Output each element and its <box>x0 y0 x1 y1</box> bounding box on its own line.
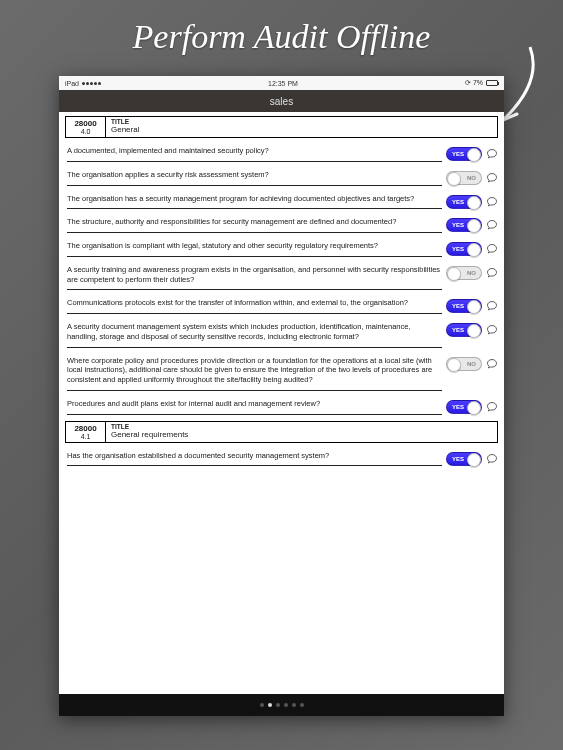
answer-toggle[interactable]: YES <box>446 195 482 209</box>
question-row: The organisation applies a security risk… <box>59 164 504 188</box>
question-row: Where corporate policy and procedures pr… <box>59 350 504 393</box>
device-frame: iPad 12:35 PM ⟳ 7% sales 280004.0TITLEGe… <box>59 76 504 716</box>
comment-icon[interactable] <box>486 243 498 255</box>
question-text: A security document management system ex… <box>67 322 442 348</box>
question-row: Procedures and audit plans exist for int… <box>59 393 504 417</box>
page-dot[interactable] <box>292 703 296 707</box>
question-row: The organisation has a security manageme… <box>59 188 504 212</box>
page-dot[interactable] <box>268 703 272 707</box>
answer-toggle[interactable]: YES <box>446 242 482 256</box>
comment-icon[interactable] <box>486 172 498 184</box>
promo-title: Perform Audit Offline <box>0 0 563 62</box>
comment-icon[interactable] <box>486 324 498 336</box>
page-dot[interactable] <box>300 703 304 707</box>
comment-icon[interactable] <box>486 196 498 208</box>
answer-toggle[interactable]: YES <box>446 299 482 313</box>
section-title: TITLEGeneral <box>106 117 497 137</box>
page-indicator <box>59 694 504 716</box>
section-title: TITLEGeneral requirements <box>106 422 497 442</box>
page-dot[interactable] <box>276 703 280 707</box>
carrier-label: iPad <box>65 80 79 87</box>
answer-toggle[interactable]: YES <box>446 147 482 161</box>
comment-icon[interactable] <box>486 401 498 413</box>
question-row: Has the organisation established a docum… <box>59 445 504 469</box>
nav-title: sales <box>270 96 293 107</box>
audit-list[interactable]: 280004.0TITLEGeneralA documented, implem… <box>59 112 504 694</box>
section-code: 280004.0 <box>66 117 106 137</box>
question-text: Procedures and audit plans exist for int… <box>67 399 442 415</box>
question-row: The organisation is compliant with legal… <box>59 235 504 259</box>
comment-icon[interactable] <box>486 219 498 231</box>
comment-icon[interactable] <box>486 453 498 465</box>
question-row: A security training and awareness progra… <box>59 259 504 293</box>
question-row: A security document management system ex… <box>59 316 504 350</box>
comment-icon[interactable] <box>486 148 498 160</box>
comment-icon[interactable] <box>486 267 498 279</box>
question-row: A documented, implemented and maintained… <box>59 140 504 164</box>
question-row: Communications protocols exist for the t… <box>59 292 504 316</box>
section-header: 280004.0TITLEGeneral <box>65 116 498 138</box>
battery-percent: ⟳ 7% <box>465 79 483 87</box>
question-text: The organisation applies a security risk… <box>67 170 442 186</box>
status-bar: iPad 12:35 PM ⟳ 7% <box>59 76 504 90</box>
question-text: Where corporate policy and procedures pr… <box>67 356 442 391</box>
signal-icon <box>82 82 101 85</box>
answer-toggle[interactable]: YES <box>446 323 482 337</box>
answer-toggle[interactable]: YES <box>446 452 482 466</box>
question-text: A documented, implemented and maintained… <box>67 146 442 162</box>
question-row: The structure, authority and responsibil… <box>59 211 504 235</box>
question-text: A security training and awareness progra… <box>67 265 442 291</box>
nav-bar: sales <box>59 90 504 112</box>
question-text: Communications protocols exist for the t… <box>67 298 442 314</box>
answer-toggle[interactable]: NO <box>446 171 482 185</box>
page-dot[interactable] <box>284 703 288 707</box>
question-text: The structure, authority and responsibil… <box>67 217 442 233</box>
question-text: Has the organisation established a docum… <box>67 451 442 467</box>
answer-toggle[interactable]: YES <box>446 218 482 232</box>
answer-toggle[interactable]: NO <box>446 357 482 371</box>
clock: 12:35 PM <box>268 80 298 87</box>
answer-toggle[interactable]: YES <box>446 400 482 414</box>
page-dot[interactable] <box>260 703 264 707</box>
answer-toggle[interactable]: NO <box>446 266 482 280</box>
question-text: The organisation has a security manageme… <box>67 194 442 210</box>
question-text: The organisation is compliant with legal… <box>67 241 442 257</box>
comment-icon[interactable] <box>486 300 498 312</box>
section-header: 280004.1TITLEGeneral requirements <box>65 421 498 443</box>
section-code: 280004.1 <box>66 422 106 442</box>
comment-icon[interactable] <box>486 358 498 370</box>
battery-icon <box>486 80 498 86</box>
